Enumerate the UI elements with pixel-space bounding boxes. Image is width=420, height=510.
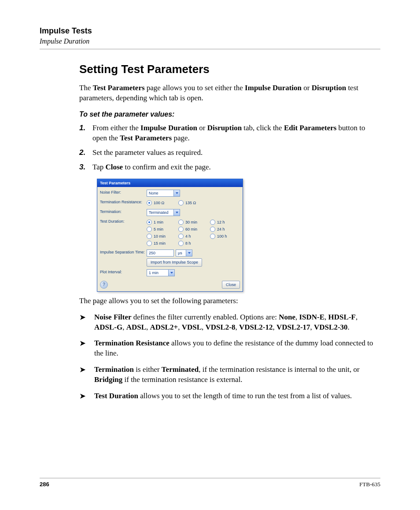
text-bold: Disruption: [207, 124, 242, 132]
text-bold: Bridging: [94, 375, 122, 384]
text-fragment: .: [348, 323, 350, 331]
step-text: From either the Impulse Duration or Disr…: [92, 123, 380, 143]
label-termination-resistance: Termination Resistance:: [100, 199, 147, 205]
text-bold: Disruption: [312, 84, 346, 92]
radio-label: 5 min: [154, 227, 163, 232]
help-icon[interactable]: ?: [100, 281, 108, 289]
bullet-noise-filter: ➤ Noise Filter defines the filter curren…: [79, 312, 380, 333]
radio-label: 30 min: [185, 220, 197, 225]
text-fragment: or: [197, 124, 207, 132]
radio-15min[interactable]: 15 min: [147, 240, 178, 247]
step-number: 1.: [79, 123, 92, 143]
text-fragment: From either the: [92, 124, 140, 132]
radio-label: 1 min: [154, 220, 163, 225]
bullet-test-duration: ➤ Test Duration allows you to set the le…: [79, 391, 380, 401]
dropdown-value: None: [147, 190, 173, 196]
radio-label: 24 h: [217, 227, 225, 232]
row-plot-interval: Plot Interval: 1 min: [100, 269, 240, 276]
text-fragment: ,: [356, 313, 357, 321]
radio-30min[interactable]: 30 min: [178, 219, 210, 226]
radio-label: 100 h: [217, 234, 227, 239]
bullet-text: Noise Filter defines the filter currentl…: [94, 312, 380, 333]
row-separation-time: Impulse Separation Time: 250 μs Import f…: [100, 249, 240, 266]
separation-time-input[interactable]: 250: [147, 249, 174, 257]
page-header: Impulse Tests Impulse Duration: [40, 26, 380, 49]
doc-id: FTB-635: [359, 481, 380, 488]
text-fragment: ,: [146, 323, 150, 331]
header-title: Impulse Tests: [40, 26, 380, 36]
bullet-text: Termination Resistance allows you to def…: [94, 338, 380, 359]
bullet-list: ➤ Noise Filter defines the filter curren…: [79, 312, 380, 402]
noise-filter-dropdown[interactable]: None: [147, 190, 180, 197]
radio-4h[interactable]: 4 h: [178, 233, 210, 240]
text-bold: Terminated: [162, 365, 199, 374]
dropdown-value: 1 min: [147, 270, 168, 276]
text-fragment: The: [79, 84, 93, 92]
step-text: Set the parameter values as required.: [92, 148, 380, 158]
text-bold: VDSL2-17: [276, 323, 310, 331]
text-bold: ADSL-G: [94, 323, 122, 331]
radio-label: 8 h: [185, 241, 191, 246]
radio-label: 60 min: [185, 227, 197, 232]
header-rule: [40, 49, 380, 49]
radio-label: 100 Ω: [154, 200, 164, 205]
arrow-icon: ➤: [79, 338, 94, 359]
close-button[interactable]: Close: [222, 281, 240, 289]
import-from-impulse-scope-button[interactable]: Import from Impulse Scope: [147, 258, 202, 266]
content-body: The Test Parameters page allows you to s…: [40, 83, 380, 401]
text-bold: ISDN-E: [299, 313, 324, 321]
chevron-down-icon: [186, 250, 192, 256]
text-fragment: page allows you to set either the: [145, 84, 245, 92]
dialog-titlebar: Test Parameters: [97, 179, 243, 187]
radio-24h[interactable]: 24 h: [210, 226, 242, 233]
text-bold: None: [279, 313, 295, 321]
text-fragment: ,: [236, 323, 239, 331]
text-bold: HDSL-F: [328, 313, 356, 321]
chevron-down-icon: [168, 270, 174, 276]
arrow-icon: ➤: [79, 365, 94, 385]
radio-8h[interactable]: 8 h: [178, 240, 210, 247]
text-bold: Impulse Duration: [245, 84, 302, 92]
dialog-body: Noise Filter: None Termination Resistanc…: [97, 187, 243, 279]
label-separation-time: Impulse Separation Time:: [100, 249, 147, 255]
page-number: 286: [40, 481, 49, 488]
text-bold: VDSL2-8: [206, 323, 236, 331]
steps-list: 1. From either the Impulse Duration or D…: [79, 123, 380, 172]
dropdown-value: Terminated: [147, 209, 173, 216]
text-bold: VDSL2-30: [314, 323, 348, 331]
radio-1min[interactable]: 1 min: [147, 219, 178, 226]
bullet-termination-resistance: ➤ Termination Resistance allows you to d…: [79, 338, 380, 359]
duration-radio-group: 1 min 30 min 12 h 5 min 60 min 24 h 10 m…: [147, 219, 236, 247]
radio-label: 12 h: [217, 220, 225, 225]
radio-12h[interactable]: 12 h: [210, 219, 242, 226]
radio-label: 15 min: [154, 241, 166, 246]
radio-label: 135 Ω: [185, 200, 196, 205]
text-fragment: or: [302, 84, 312, 92]
text-fragment: page.: [172, 134, 190, 142]
radio-5min[interactable]: 5 min: [147, 226, 178, 233]
dialog-screenshot: Test Parameters Noise Filter: None Termi…: [79, 179, 380, 291]
text-fragment: if the termination resistance is externa…: [122, 375, 242, 384]
text-bold: VDSL: [182, 323, 202, 331]
text-bold: Test Parameters: [120, 134, 172, 142]
termination-dropdown[interactable]: Terminated: [147, 209, 180, 216]
below-dialog-text: The page allows you to set the following…: [79, 296, 380, 306]
radio-135-ohm[interactable]: 135 Ω: [178, 199, 210, 206]
radio-100-ohm[interactable]: 100 Ω: [147, 199, 178, 206]
row-termination-resistance: Termination Resistance: 100 Ω 135 Ω: [100, 199, 240, 206]
radio-10min[interactable]: 10 min: [147, 233, 178, 240]
test-parameters-dialog: Test Parameters Noise Filter: None Termi…: [97, 179, 243, 291]
text-fragment: ,: [273, 323, 277, 331]
chevron-down-icon: [173, 209, 180, 216]
text-fragment: ,: [122, 323, 126, 331]
text-fragment: ,: [324, 313, 328, 321]
separation-time-unit-dropdown[interactable]: μs: [176, 249, 192, 257]
text-fragment: ,: [310, 323, 314, 331]
plot-interval-dropdown[interactable]: 1 min: [147, 269, 175, 276]
radio-100h[interactable]: 100 h: [210, 233, 242, 240]
radio-label: 10 min: [154, 234, 166, 239]
text-bold: Edit Parameters: [284, 124, 336, 132]
text-fragment: allows you to set the length of time to …: [138, 392, 352, 400]
radio-60min[interactable]: 60 min: [178, 226, 210, 233]
text-bold: Impulse Duration: [140, 124, 197, 132]
